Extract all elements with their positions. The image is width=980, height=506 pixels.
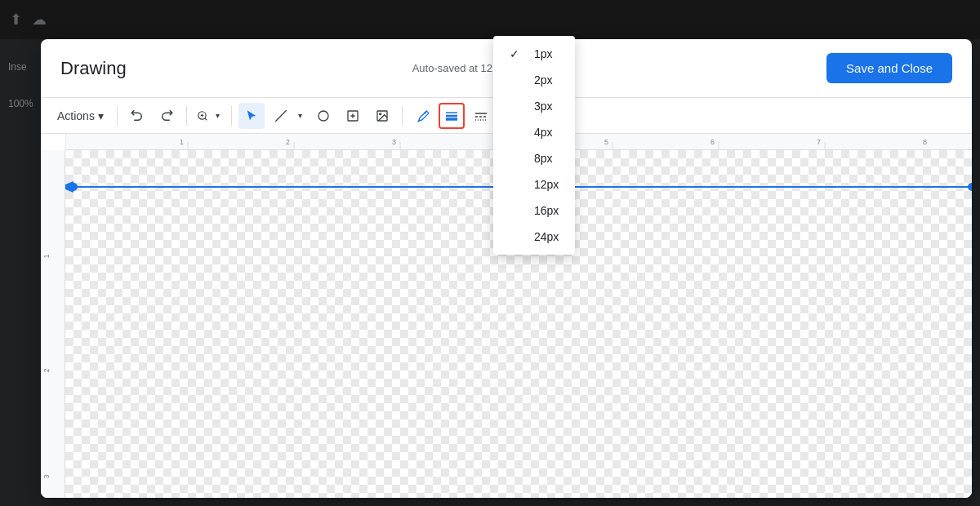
line-tool-button[interactable]	[268, 103, 294, 129]
svg-text:1: 1	[42, 254, 51, 258]
line-weight-button[interactable]	[439, 103, 465, 129]
item-label-2px: 2px	[534, 73, 553, 87]
svg-text:3: 3	[392, 138, 396, 146]
textbox-tool-button[interactable]	[340, 103, 366, 129]
undo-button[interactable]	[124, 103, 150, 129]
item-label-4px: 4px	[534, 126, 553, 139]
image-tool-button[interactable]	[369, 103, 395, 129]
toolbar-divider-3	[231, 106, 232, 126]
zoom-button[interactable]	[194, 103, 212, 129]
actions-button[interactable]: Actions ▾	[51, 104, 110, 127]
svg-point-10	[380, 113, 381, 114]
svg-text:1: 1	[180, 138, 184, 146]
pen-tool-button[interactable]	[409, 103, 435, 129]
item-label-8px: 8px	[534, 152, 553, 165]
ruler-vertical: 1 2 3	[41, 150, 65, 498]
toolbar-divider-1	[117, 106, 118, 126]
svg-text:8: 8	[923, 138, 927, 146]
item-label-3px: 3px	[534, 100, 553, 113]
line-tool-group: ▾	[268, 103, 307, 129]
actions-label: Actions	[57, 109, 95, 122]
dropdown-item-12px[interactable]: ✓ 12px	[493, 171, 575, 198]
svg-text:6: 6	[710, 138, 715, 146]
actions-arrow-icon: ▾	[98, 109, 104, 122]
line-tool-arrow[interactable]: ▾	[294, 103, 307, 129]
svg-line-4	[275, 110, 286, 121]
select-tool-button[interactable]	[238, 103, 265, 129]
zoom-arrow-button[interactable]: ▾	[212, 103, 225, 129]
svg-point-44	[968, 183, 972, 191]
item-label-12px: 12px	[534, 178, 559, 191]
svg-text:5: 5	[604, 138, 608, 146]
item-label-24px: 24px	[534, 230, 559, 243]
dropdown-item-3px[interactable]: ✓ 3px	[493, 93, 575, 119]
line-weight-dropdown: ✓ 1px ✓ 2px ✓ 3px ✓ 4px ✓ 8px ✓ 12px ✓ 1…	[493, 36, 575, 255]
dropdown-item-4px[interactable]: ✓ 4px	[493, 119, 575, 145]
dialog-title: Drawing	[60, 58, 127, 79]
svg-line-1	[205, 118, 207, 120]
toolbar-divider-2	[186, 106, 187, 126]
svg-point-5	[318, 111, 328, 121]
dropdown-item-1px[interactable]: ✓ 1px	[493, 41, 575, 67]
svg-text:3: 3	[42, 474, 51, 478]
svg-text:2: 2	[286, 138, 290, 146]
dropdown-item-16px[interactable]: ✓ 16px	[493, 198, 575, 224]
check-icon-1px: ✓	[510, 47, 524, 60]
svg-point-43	[69, 183, 78, 191]
save-close-button[interactable]: Save and Close	[826, 53, 952, 83]
zoom-group: ▾	[194, 103, 225, 129]
svg-text:7: 7	[817, 138, 821, 146]
dropdown-item-8px[interactable]: ✓ 8px	[493, 145, 575, 171]
dropdown-item-2px[interactable]: ✓ 2px	[493, 67, 575, 93]
autosave-text: Auto-saved at 12:57:51 PM	[140, 62, 813, 74]
dropdown-item-24px[interactable]: ✓ 24px	[493, 224, 575, 250]
shape-tool-button[interactable]	[310, 103, 336, 129]
dash-style-button[interactable]	[468, 103, 494, 129]
item-label-16px: 16px	[534, 204, 559, 217]
item-label-1px: 1px	[534, 47, 553, 60]
toolbar-divider-4	[402, 106, 403, 126]
redo-button[interactable]	[154, 103, 180, 129]
svg-text:2: 2	[42, 368, 51, 372]
